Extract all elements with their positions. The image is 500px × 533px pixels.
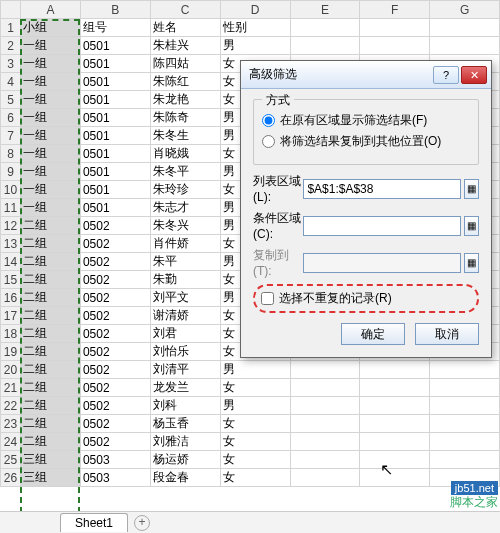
cell[interactable]: 一组 — [20, 37, 80, 55]
row-header[interactable]: 14 — [1, 253, 21, 271]
cancel-button[interactable]: 取消 — [415, 323, 479, 345]
cell[interactable] — [360, 361, 430, 379]
cell[interactable] — [430, 19, 500, 37]
cell[interactable]: 朱陈红 — [150, 73, 220, 91]
table-row[interactable]: 25三组0503杨运娇女 — [1, 451, 500, 469]
cell[interactable]: 男 — [220, 361, 290, 379]
col-header-C[interactable]: C — [150, 1, 220, 19]
row-header[interactable]: 13 — [1, 235, 21, 253]
cell[interactable] — [360, 433, 430, 451]
cell[interactable]: 朱玲珍 — [150, 181, 220, 199]
cell[interactable] — [360, 469, 430, 487]
radio-filter-in-place-input[interactable] — [262, 114, 275, 127]
cell[interactable]: 杨运娇 — [150, 451, 220, 469]
cell[interactable] — [290, 469, 360, 487]
cell[interactable]: 二组 — [20, 361, 80, 379]
criteria-range-ref-icon[interactable]: ▦ — [464, 216, 479, 236]
cell[interactable]: 姓名 — [150, 19, 220, 37]
cell[interactable] — [290, 379, 360, 397]
cell[interactable] — [290, 361, 360, 379]
cell[interactable]: 0502 — [80, 289, 150, 307]
cell[interactable] — [360, 37, 430, 55]
cell[interactable] — [430, 361, 500, 379]
cell[interactable]: 0501 — [80, 145, 150, 163]
cell[interactable]: 0501 — [80, 163, 150, 181]
cell[interactable] — [290, 397, 360, 415]
table-row[interactable]: 2一组0501朱桂兴男 — [1, 37, 500, 55]
list-range-input[interactable] — [303, 179, 461, 199]
cell[interactable]: 一组 — [20, 55, 80, 73]
cell[interactable]: 男 — [220, 37, 290, 55]
close-button[interactable]: ✕ — [461, 66, 487, 84]
cell[interactable]: 朱冬兴 — [150, 217, 220, 235]
dialog-titlebar[interactable]: 高级筛选 ? ✕ — [241, 61, 491, 89]
cell[interactable]: 0501 — [80, 109, 150, 127]
list-range-ref-icon[interactable]: ▦ — [464, 179, 479, 199]
cell[interactable]: 二组 — [20, 379, 80, 397]
cell[interactable]: 三组 — [20, 469, 80, 487]
row-header[interactable]: 19 — [1, 343, 21, 361]
copy-to-ref-icon[interactable]: ▦ — [464, 253, 479, 273]
cell[interactable]: 女 — [220, 415, 290, 433]
sheet-tab[interactable]: Sheet1 — [60, 513, 128, 532]
cell[interactable] — [430, 415, 500, 433]
cell[interactable]: 陈四姑 — [150, 55, 220, 73]
cell[interactable] — [430, 451, 500, 469]
cell[interactable]: 朱冬平 — [150, 163, 220, 181]
col-header-D[interactable]: D — [220, 1, 290, 19]
help-button[interactable]: ? — [433, 66, 459, 84]
table-row[interactable]: 1小组组号姓名性别 — [1, 19, 500, 37]
row-header[interactable]: 20 — [1, 361, 21, 379]
cell[interactable]: 二组 — [20, 325, 80, 343]
cell[interactable]: 龙发兰 — [150, 379, 220, 397]
cell[interactable]: 一组 — [20, 73, 80, 91]
radio-copy-to[interactable]: 将筛选结果复制到其他位置(O) — [262, 133, 470, 150]
cell[interactable]: 二组 — [20, 343, 80, 361]
cell[interactable] — [430, 379, 500, 397]
cell[interactable]: 一组 — [20, 163, 80, 181]
row-header[interactable]: 12 — [1, 217, 21, 235]
cell[interactable]: 0501 — [80, 199, 150, 217]
cell[interactable]: 女 — [220, 451, 290, 469]
radio-filter-in-place[interactable]: 在原有区域显示筛选结果(F) — [262, 112, 470, 129]
cell[interactable]: 0502 — [80, 235, 150, 253]
cell[interactable]: 二组 — [20, 397, 80, 415]
cell[interactable]: 刘清平 — [150, 361, 220, 379]
cell[interactable]: 0502 — [80, 397, 150, 415]
cell[interactable]: 朱志才 — [150, 199, 220, 217]
cell[interactable]: 刘君 — [150, 325, 220, 343]
cell[interactable]: 女 — [220, 379, 290, 397]
cell[interactable]: 二组 — [20, 289, 80, 307]
cell[interactable] — [360, 379, 430, 397]
cell[interactable]: 朱陈奇 — [150, 109, 220, 127]
cell[interactable]: 三组 — [20, 451, 80, 469]
cell[interactable]: 0501 — [80, 181, 150, 199]
cell[interactable]: 0502 — [80, 325, 150, 343]
cell[interactable]: 0502 — [80, 433, 150, 451]
cell[interactable]: 组号 — [80, 19, 150, 37]
cell[interactable]: 二组 — [20, 217, 80, 235]
row-header[interactable]: 16 — [1, 289, 21, 307]
cell[interactable]: 二组 — [20, 271, 80, 289]
cell[interactable]: 0501 — [80, 91, 150, 109]
table-row[interactable]: 22二组0502刘科男 — [1, 397, 500, 415]
cell[interactable] — [430, 433, 500, 451]
cell[interactable]: 0501 — [80, 73, 150, 91]
cell[interactable]: 杨玉香 — [150, 415, 220, 433]
cell[interactable]: 女 — [220, 433, 290, 451]
cell[interactable] — [430, 37, 500, 55]
cell[interactable]: 二组 — [20, 433, 80, 451]
cell[interactable]: 0503 — [80, 451, 150, 469]
row-header[interactable]: 11 — [1, 199, 21, 217]
ok-button[interactable]: 确定 — [341, 323, 405, 345]
cell[interactable] — [290, 451, 360, 469]
cell[interactable] — [290, 37, 360, 55]
cell[interactable]: 段金春 — [150, 469, 220, 487]
cell[interactable]: 0502 — [80, 361, 150, 379]
cell[interactable]: 0501 — [80, 127, 150, 145]
row-header[interactable]: 9 — [1, 163, 21, 181]
unique-records-checkbox-row[interactable]: 选择不重复的记录(R) — [253, 284, 479, 313]
cell[interactable]: 朱平 — [150, 253, 220, 271]
cell[interactable]: 谢清娇 — [150, 307, 220, 325]
row-header[interactable]: 3 — [1, 55, 21, 73]
